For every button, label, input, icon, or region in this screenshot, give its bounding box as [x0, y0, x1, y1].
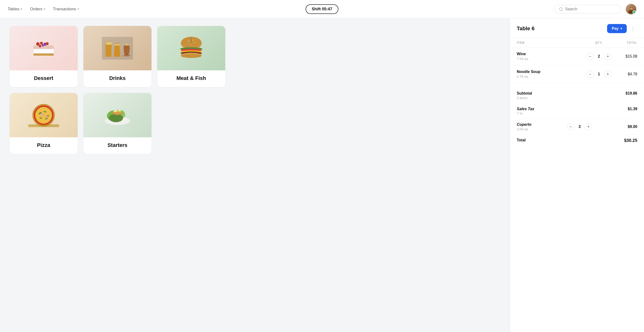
nav-orders-label: Orders	[30, 7, 42, 12]
order-item-noodle-name: Noodle Soup	[517, 70, 584, 74]
coperto-value: $9.00	[628, 125, 637, 129]
category-image-drinks	[84, 26, 152, 70]
col-qty-header: QTY.	[584, 41, 613, 44]
qty-increment-coperto[interactable]: +	[585, 123, 592, 130]
category-image-starters	[84, 93, 152, 137]
svg-point-3	[628, 10, 634, 14]
subtotal-sub: 3 items	[517, 96, 532, 100]
summary-coperto-left: Coperto 3.00 ea.	[517, 122, 531, 131]
avatar[interactable]	[626, 4, 636, 15]
qty-increment-wine[interactable]: +	[604, 53, 612, 60]
more-options-button[interactable]: ⋮	[629, 25, 637, 32]
order-item-wine-price: 7.54 ea.	[517, 57, 584, 61]
order-item-noodle-price: 4.78 ea.	[517, 75, 584, 79]
category-card-pizza[interactable]: Pizza	[10, 93, 78, 154]
summary-coperto: Coperto 3.00 ea. − 3 + $9.00	[517, 119, 637, 135]
order-item-noodle: Noodle Soup 4.78 ea. − 1 + $4.78	[510, 65, 644, 83]
main-layout: Dessert	[0, 18, 644, 332]
category-image-pizza	[10, 93, 78, 137]
svg-point-38	[35, 107, 52, 124]
col-item-header: ITEM	[517, 41, 584, 44]
order-header-actions: Pay ▾ ⋮	[607, 24, 637, 33]
nav-left: Tables ▾ Orders ▾ Transactions ▾	[8, 7, 79, 12]
category-card-meatfish[interactable]: Meat & Fish	[157, 26, 225, 87]
chevron-down-icon: ▾	[620, 27, 622, 30]
qty-value-noodle: 1	[596, 72, 601, 76]
pay-button[interactable]: Pay ▾	[607, 24, 627, 33]
category-card-starters[interactable]: Starters	[84, 93, 152, 154]
table-title: Table 6	[517, 26, 534, 32]
svg-line-1	[562, 10, 562, 11]
summary-tax-left: Sales Tax 7 %	[517, 107, 534, 115]
nav-tables[interactable]: Tables ▾	[8, 7, 22, 12]
qty-control-coperto: − 3 +	[565, 123, 594, 130]
app-header: Tables ▾ Orders ▾ Transactions ▾ Shift 0…	[0, 0, 644, 18]
category-image-dessert	[10, 26, 78, 70]
shift-badge-container: Shift 05:47	[306, 4, 339, 14]
qty-decrement-coperto[interactable]: −	[567, 123, 574, 130]
qty-control-noodle: − 1 +	[584, 71, 613, 78]
order-summary: Subtotal 3 items $19.86 Sales Tax 7 % $1…	[510, 83, 644, 151]
nav-orders[interactable]: Orders ▾	[30, 7, 45, 12]
qty-decrement-wine[interactable]: −	[586, 53, 594, 60]
category-label-dessert: Dessert	[10, 70, 78, 87]
nav-transactions[interactable]: Transactions ▾	[53, 7, 79, 12]
svg-point-6	[632, 7, 632, 8]
svg-point-12	[39, 45, 42, 47]
search-icon	[559, 7, 563, 11]
order-header: Table 6 Pay ▾ ⋮	[510, 18, 644, 38]
qty-increment-noodle[interactable]: +	[604, 71, 612, 78]
chevron-down-icon: ▾	[21, 8, 22, 11]
svg-rect-28	[191, 36, 192, 37]
svg-rect-17	[34, 55, 54, 55]
category-label-starters: Starters	[84, 137, 152, 154]
svg-point-10	[40, 42, 43, 45]
tax-value: $1.39	[628, 107, 637, 111]
svg-point-14	[46, 42, 49, 45]
svg-rect-27	[191, 36, 192, 43]
chevron-down-icon: ▾	[78, 8, 79, 11]
order-item-noodle-info: Noodle Soup 4.78 ea.	[517, 70, 584, 79]
avatar-image	[626, 4, 636, 15]
svg-point-9	[36, 42, 40, 45]
subtotal-label: Subtotal	[517, 91, 532, 96]
nav-tables-label: Tables	[8, 7, 20, 12]
search-box[interactable]	[554, 5, 621, 14]
header-right	[554, 4, 636, 15]
summary-total: Total $30.25	[517, 135, 637, 146]
order-columns: ITEM QTY. TOTAL	[510, 38, 644, 48]
category-image-meatfish	[157, 26, 225, 70]
category-label-pizza: Pizza	[10, 137, 78, 154]
category-card-drinks[interactable]: Drinks	[84, 26, 152, 87]
order-item-wine-info: Wine 7.54 ea.	[517, 52, 584, 61]
svg-rect-46	[28, 124, 59, 127]
col-total-header: TOTAL	[613, 41, 637, 44]
svg-point-5	[630, 7, 631, 9]
shift-badge: Shift 05:47	[306, 4, 339, 14]
summary-subtotal-left: Subtotal 3 items	[517, 91, 532, 100]
tax-label: Sales Tax	[517, 107, 534, 111]
tax-sub: 7 %	[517, 112, 534, 115]
svg-point-34	[181, 54, 201, 58]
subtotal-value: $19.86	[626, 91, 637, 96]
category-label-meatfish: Meat & Fish	[157, 70, 225, 87]
order-panel: Table 6 Pay ▾ ⋮ ITEM QTY. TOTAL Wine 7.5…	[510, 18, 644, 332]
category-label-drinks: Drinks	[84, 70, 152, 87]
coperto-label: Coperto	[517, 122, 531, 127]
qty-control-wine: − 2 +	[584, 53, 613, 60]
summary-subtotal: Subtotal 3 items $19.86	[517, 88, 637, 103]
svg-point-13	[42, 44, 44, 47]
order-item-wine-name: Wine	[517, 52, 584, 56]
search-input[interactable]	[565, 7, 616, 11]
svg-rect-20	[102, 37, 133, 60]
pay-label: Pay	[612, 26, 618, 31]
order-item-noodle-total: $4.78	[613, 72, 637, 76]
menu-section: Dessert	[0, 18, 510, 332]
qty-decrement-noodle[interactable]: −	[586, 71, 594, 78]
order-item-wine-total: $15.08	[613, 54, 637, 59]
qty-value-coperto: 3	[577, 125, 582, 129]
nav-transactions-label: Transactions	[53, 7, 76, 12]
category-card-dessert[interactable]: Dessert	[10, 26, 78, 87]
svg-point-50	[109, 114, 123, 122]
qty-value-wine: 2	[596, 54, 601, 59]
